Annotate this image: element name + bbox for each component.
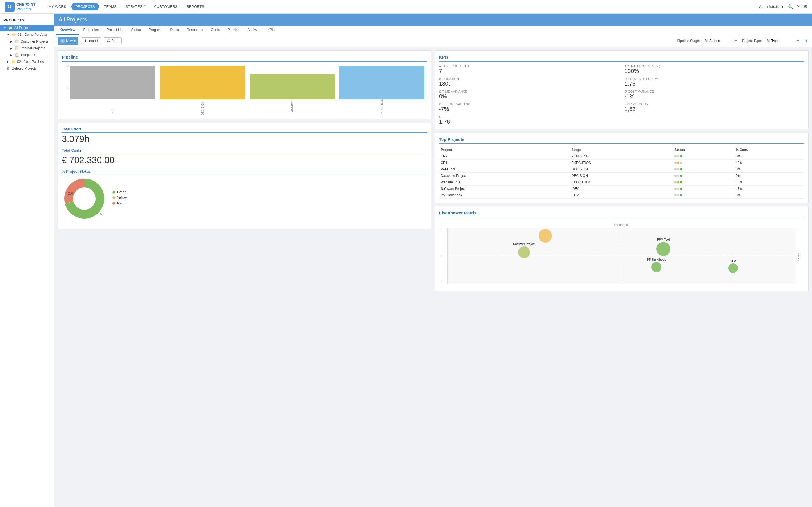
kpi-value: 100% bbox=[624, 68, 804, 74]
table-row[interactable]: Website USA EXECUTION 35% bbox=[439, 179, 804, 186]
bar-label: PLANNING bbox=[291, 101, 294, 115]
table-row[interactable]: Software Project IDEA 47% bbox=[439, 186, 804, 192]
logo-icon: O bbox=[4, 2, 15, 12]
status-dot bbox=[680, 194, 682, 196]
filter-icon[interactable]: ▼ bbox=[804, 38, 809, 43]
sidebar-item-templates[interactable]: ▶📋Templates bbox=[0, 52, 54, 58]
bar-label: EXECUTION bbox=[380, 101, 384, 115]
sidebar-item-01---demo-portfolio[interactable]: ▼📁01 - Demo Portfolio bbox=[0, 31, 54, 38]
settings-icon[interactable]: ⚙ bbox=[804, 4, 808, 9]
kpi-item: Ø TIME VARIANCE 0% bbox=[439, 90, 619, 100]
status-dot bbox=[674, 187, 677, 190]
sidebar-item-internal-projects[interactable]: ▶📋Internal Projects bbox=[0, 45, 54, 52]
legend-red: Red bbox=[112, 202, 126, 205]
bubble-cp2[interactable]: CP2 bbox=[728, 263, 738, 273]
nav-link-my-work[interactable]: MY WORK bbox=[45, 3, 70, 10]
bar-rect bbox=[339, 66, 424, 100]
table-row[interactable]: CP2 PLANNING 0% bbox=[439, 153, 804, 160]
eisenhower-chart: 5 4 3 Urgency Website USASoftware Projec… bbox=[448, 228, 796, 284]
project-stage: EXECUTION bbox=[570, 179, 673, 186]
project-status bbox=[673, 173, 734, 179]
top-projects-panel: Top Projects Project Stage Status % Com.… bbox=[435, 133, 809, 203]
donut-container: 29% 71% Green Yellow bbox=[62, 176, 427, 221]
pipeline-chart: 2 1 IDEADECISIONPLANNINGEXECUTION bbox=[62, 64, 427, 115]
pipeline-bar-execution: EXECUTION bbox=[339, 66, 424, 115]
tab-analyze[interactable]: Analyze bbox=[244, 25, 264, 35]
tab-pipeline[interactable]: Pipeline bbox=[223, 25, 244, 35]
bubble-website-usa[interactable]: Website USA bbox=[539, 229, 552, 242]
nav-link-reports[interactable]: REPORTS bbox=[183, 3, 208, 10]
bubble-pm-handbook[interactable]: PM Handbook bbox=[651, 262, 661, 272]
main-layout: PROJECTS ▼📁All Projects▼📁01 - Demo Portf… bbox=[0, 13, 812, 507]
sidebar-item-customer-projects[interactable]: ▶📋Customer Projects bbox=[0, 38, 54, 45]
status-dots bbox=[674, 155, 732, 158]
tab-progress[interactable]: Progress bbox=[145, 25, 166, 35]
stage-filter-select[interactable]: All Stages bbox=[703, 38, 739, 44]
print-button[interactable]: 🖨 Print bbox=[104, 38, 121, 44]
print-label: Print bbox=[111, 39, 118, 43]
sidebar-item-all-projects[interactable]: ▼📁All Projects bbox=[0, 24, 54, 31]
folder-icon: 🗑 bbox=[7, 66, 10, 70]
pipeline-bar-planning: PLANNING bbox=[250, 74, 335, 115]
toggle-icon: ▼ bbox=[7, 33, 10, 36]
tab-project-list[interactable]: Project List bbox=[103, 25, 127, 35]
bubble-software-project[interactable]: Software Project bbox=[518, 246, 530, 258]
project-name: PM Handbook bbox=[439, 192, 570, 199]
toggle-icon: ▶ bbox=[7, 60, 9, 63]
kpi-label: Ø EFFORT VARIANCE bbox=[439, 103, 619, 106]
kpi-value: 1,76 bbox=[439, 119, 619, 125]
importance-label: Importance bbox=[448, 223, 796, 226]
sidebar-item-deleted-projects[interactable]: 🗑Deleted Projects bbox=[0, 65, 54, 72]
project-status bbox=[673, 186, 734, 192]
bar-label: DECISION bbox=[201, 101, 204, 115]
project-completion: 0% bbox=[734, 192, 804, 199]
type-filter-select[interactable]: All Types bbox=[765, 38, 801, 44]
sidebar-label: Internal Projects bbox=[20, 46, 45, 50]
tab-status[interactable]: Status bbox=[127, 25, 145, 35]
legend-yellow: Yellow bbox=[112, 196, 126, 200]
new-button[interactable]: + New ▾ bbox=[57, 37, 79, 45]
tab-overview[interactable]: Overview bbox=[56, 25, 79, 35]
status-dot bbox=[674, 155, 677, 158]
folder-icon: 📁 bbox=[12, 33, 16, 37]
tab-kpis[interactable]: KPIs bbox=[263, 25, 278, 35]
status-dot bbox=[677, 155, 679, 158]
admin-menu[interactable]: Administrator ▾ bbox=[759, 4, 783, 9]
table-header-row: Project Stage Status % Com. bbox=[439, 147, 804, 153]
kpi-item: ACTIVE PROJECTS (%) 100% bbox=[624, 64, 804, 74]
status-dot bbox=[680, 187, 682, 190]
table-row[interactable]: PM Handbook IDEA 0% bbox=[439, 192, 804, 199]
import-button[interactable]: ⬆ Import bbox=[81, 38, 101, 44]
nav-link-projects[interactable]: PROJECTS bbox=[71, 3, 99, 10]
plus-icon: + bbox=[60, 39, 65, 43]
bubble-ppm-tool[interactable]: PPM Tool bbox=[656, 242, 670, 256]
table-row[interactable]: CP1 EXECUTION 48% bbox=[439, 160, 804, 166]
logo-text: ONEPOINT Projects bbox=[16, 2, 36, 11]
help-icon[interactable]: ? bbox=[797, 4, 800, 9]
nav-link-customers[interactable]: CUSTOMERS bbox=[150, 3, 181, 10]
status-dots bbox=[674, 181, 732, 183]
status-dot bbox=[677, 168, 679, 170]
search-icon[interactable]: 🔍 bbox=[788, 4, 793, 9]
kpi-label: Ø COST VARIANCE bbox=[624, 90, 804, 93]
filter-row: Pipeline Stage: All Stages Project Type:… bbox=[124, 38, 809, 44]
import-label: Import bbox=[88, 39, 98, 43]
metrics-panel: Total Effort 3.079h Total Costs € 702.33… bbox=[57, 123, 432, 229]
costs-label: Total Costs bbox=[62, 148, 427, 154]
sidebar-label: Templates bbox=[20, 53, 36, 57]
nav-link-strategy[interactable]: STRATEGY bbox=[121, 3, 149, 10]
tab-resources[interactable]: Resources bbox=[183, 25, 207, 35]
kpis-grid: ACTIVE PROJECTS 7ACTIVE PROJECTS (%) 100… bbox=[439, 64, 804, 125]
tab-dates[interactable]: Dates bbox=[166, 25, 183, 35]
pipeline-bar-decision: DECISION bbox=[160, 66, 245, 115]
effort-label: Total Effort bbox=[62, 127, 427, 133]
tab-costs[interactable]: Costs bbox=[207, 25, 223, 35]
yellow-dot bbox=[112, 196, 115, 199]
project-name: Website USA bbox=[439, 179, 570, 186]
table-row[interactable]: Database Project DECISION 0% bbox=[439, 173, 804, 179]
logo[interactable]: O ONEPOINT Projects bbox=[4, 2, 36, 12]
nav-link-teams[interactable]: TEAMS bbox=[100, 3, 121, 10]
tab-properties[interactable]: Properties bbox=[79, 25, 103, 35]
table-row[interactable]: PPM Tool DECISION 0% bbox=[439, 166, 804, 173]
sidebar-item-02---your-portfolio[interactable]: ▶📁02 - Your Portfolio bbox=[0, 58, 54, 65]
